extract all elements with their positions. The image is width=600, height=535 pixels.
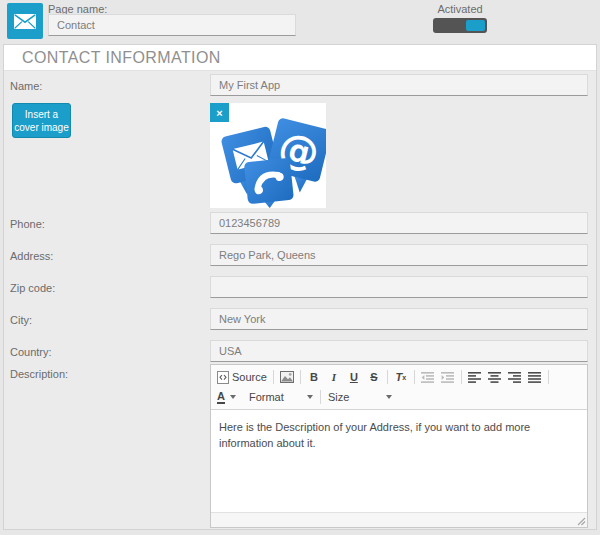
indent-button[interactable] xyxy=(438,368,458,386)
remove-format-sub: x xyxy=(402,374,406,381)
description-editor: Source B I U S Tx xyxy=(210,364,588,528)
justify-button[interactable] xyxy=(525,368,545,386)
toolbar-row-1: Source B I U S Tx xyxy=(214,367,584,387)
zip-code-label: Zip code: xyxy=(10,282,55,294)
activated-toggle[interactable] xyxy=(433,18,487,33)
activated-label: Activated xyxy=(430,3,490,15)
editor-toolbar: Source B I U S Tx xyxy=(211,365,587,410)
chevron-down-icon xyxy=(230,395,236,399)
align-left-icon xyxy=(468,372,481,383)
text-color-button[interactable]: A xyxy=(214,388,239,406)
align-center-icon xyxy=(488,372,501,383)
image-icon xyxy=(280,371,294,383)
toolbar-row-2: A Format Size xyxy=(214,387,584,407)
justify-icon xyxy=(528,372,541,383)
toolbar-divider xyxy=(387,370,388,384)
address-label: Address: xyxy=(10,250,53,262)
country-input[interactable] xyxy=(210,340,588,362)
contact-page-editor: Page name: Activated CONTACT INFORMATION… xyxy=(0,0,600,535)
toolbar-divider xyxy=(300,370,301,384)
envelope-icon xyxy=(14,14,36,29)
chevron-down-icon xyxy=(307,395,313,399)
resize-icon xyxy=(577,517,586,526)
toolbar-divider xyxy=(548,370,549,384)
toolbar-divider xyxy=(273,370,274,384)
page-name-input[interactable] xyxy=(48,14,296,36)
indent-icon xyxy=(441,372,454,383)
phone-bubble xyxy=(244,158,295,208)
italic-button[interactable]: I xyxy=(324,368,344,386)
toolbar-divider xyxy=(320,390,321,404)
toolbar-divider xyxy=(461,370,462,384)
align-right-button[interactable] xyxy=(505,368,525,386)
source-button[interactable]: Source xyxy=(214,368,270,386)
description-label: Description: xyxy=(10,368,68,380)
remove-cover-image-button[interactable]: × xyxy=(210,103,229,122)
name-input[interactable] xyxy=(210,74,588,96)
editor-content[interactable]: Here is the Description of your Address,… xyxy=(211,410,587,512)
align-center-button[interactable] xyxy=(485,368,505,386)
page-title: CONTACT INFORMATION xyxy=(4,45,596,71)
bold-button[interactable]: B xyxy=(304,368,324,386)
address-input[interactable] xyxy=(210,244,588,266)
toolbar-divider xyxy=(414,370,415,384)
underline-button[interactable]: U xyxy=(344,368,364,386)
source-label: Source xyxy=(232,371,267,383)
name-label: Name: xyxy=(10,80,42,92)
outdent-icon xyxy=(421,372,434,383)
toggle-knob xyxy=(466,20,485,31)
page-type-icon xyxy=(7,3,43,39)
strikethrough-button[interactable]: S xyxy=(364,368,384,386)
phone-input[interactable] xyxy=(210,212,588,234)
insert-cover-image-button[interactable]: Insert a cover image xyxy=(12,103,71,138)
insert-image-button[interactable] xyxy=(277,368,297,386)
format-label: Format xyxy=(249,391,284,403)
phone-label: Phone: xyxy=(10,218,45,230)
resize-handle[interactable] xyxy=(577,517,586,526)
size-label: Size xyxy=(328,391,349,403)
zip-code-input[interactable] xyxy=(210,276,588,298)
align-left-button[interactable] xyxy=(465,368,485,386)
remove-format-button[interactable]: Tx xyxy=(391,368,411,386)
format-dropdown[interactable]: Format xyxy=(245,388,317,406)
align-right-icon xyxy=(508,372,521,383)
remove-format-label: T xyxy=(396,371,403,383)
city-input[interactable] xyxy=(210,308,588,330)
outdent-button[interactable] xyxy=(418,368,438,386)
city-label: City: xyxy=(10,314,32,326)
country-label: Country: xyxy=(10,346,52,358)
chevron-down-icon xyxy=(386,395,392,399)
source-icon xyxy=(217,371,229,384)
size-dropdown[interactable]: Size xyxy=(324,388,396,406)
close-icon: × xyxy=(216,107,222,119)
text-color-label: A xyxy=(217,391,225,404)
editor-footer xyxy=(211,512,587,527)
